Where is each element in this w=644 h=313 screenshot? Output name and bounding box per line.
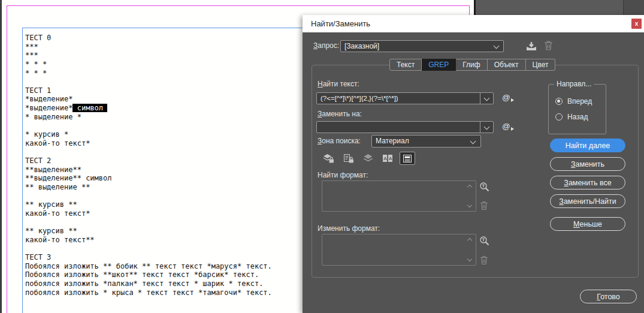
change-special-characters-menu[interactable]: @ (502, 122, 513, 131)
done-button[interactable]: Готово (580, 290, 637, 303)
scroll-up-icon (467, 185, 472, 189)
margin-guide-right (469, 5, 470, 15)
save-query-icon[interactable] (525, 41, 537, 54)
direction-forward-label: Вперед (567, 97, 592, 106)
specify-find-attributes-icon[interactable] (479, 182, 490, 195)
change-find-button[interactable]: Заменить/Найти (550, 194, 625, 208)
fewer-options-button[interactable]: Меньше (550, 217, 625, 231)
app-left-edge (0, 0, 2, 313)
scroll-down-icon (467, 257, 472, 261)
panel-edge (623, 0, 644, 15)
include-master-pages-icon[interactable]: AA (380, 152, 395, 165)
document-line (25, 192, 272, 201)
document-line: Побоялся изложить **шкот** текст текст *… (25, 270, 272, 279)
document-line: *выделение* (25, 95, 272, 104)
document-line: ТЕСТ 0 (25, 34, 272, 43)
document-line: ** курсив ** (25, 227, 272, 236)
svg-text:A: A (389, 156, 392, 161)
find-format-box[interactable] (322, 180, 476, 212)
find-next-button[interactable]: Найти далее (550, 139, 625, 152)
dialog-titlebar[interactable]: Найти/Заменить x (303, 15, 644, 32)
flyout-triangle-icon (511, 98, 514, 102)
text-frame-left (22, 28, 23, 313)
document-line: ТЕСТ 2 (25, 156, 272, 165)
document-line: *выделение* символ (25, 104, 272, 113)
change-to-history-dropdown[interactable] (480, 122, 493, 133)
scroll-up-icon (467, 238, 472, 243)
document-line: * выделение * (25, 113, 272, 122)
find-text-input[interactable]: (?<=[^*]\*)[^*]{2,}(?=\*[^*]) (316, 92, 494, 104)
query-value: [Заказной] (344, 41, 489, 52)
change-to-label: Заменить на: (318, 110, 362, 118)
tab-object[interactable]: Объект (488, 59, 526, 71)
clear-find-format-trash-icon[interactable] (480, 201, 488, 213)
margin-guide-top (7, 5, 470, 6)
document-line: * * * (25, 69, 272, 78)
include-footnotes-icon[interactable] (400, 152, 415, 165)
scroll-down-icon (467, 203, 472, 207)
document-line: ТЕСТ 1 (25, 86, 272, 95)
query-dropdown[interactable]: [Заказной] (340, 40, 504, 52)
document-line: ТЕСТ 3 (25, 253, 272, 262)
document-text[interactable]: ТЕСТ 0******* * ** * *ТЕСТ 1*выделение**… (25, 34, 272, 297)
chevron-down-icon (494, 43, 500, 49)
clear-change-format-trash-icon[interactable] (480, 255, 488, 267)
document-line: какой-то текст** (25, 236, 272, 245)
radio-unselected-icon[interactable] (555, 113, 563, 121)
tab-grep[interactable]: GREP (422, 59, 456, 71)
tab-glyph[interactable]: Глиф (456, 59, 487, 71)
find-text-label: Найти текст: (318, 80, 359, 88)
include-locked-layers-icon[interactable] (321, 152, 336, 165)
search-zone-select[interactable]: Материал (371, 135, 481, 148)
document-line: **выделение** символ (25, 174, 272, 183)
find-format-label: Найти формат: (318, 171, 368, 179)
text-frame-top (22, 28, 303, 28)
margin-guide-left (7, 5, 7, 313)
change-format-box[interactable] (322, 234, 476, 266)
document-line: *** (25, 51, 272, 60)
document-line (25, 244, 272, 253)
search-zone-label: Зона поиска: (318, 137, 361, 145)
query-label: Запрос: (313, 41, 339, 50)
document-line (25, 148, 272, 156)
find-text-history-dropdown[interactable] (480, 93, 493, 104)
direction-group (548, 84, 606, 134)
delete-query-trash-icon[interactable] (544, 40, 553, 53)
document-line: ** выделение ** (25, 183, 272, 192)
radio-selected-icon[interactable] (555, 98, 563, 105)
find-change-dialog: Найти/Заменить x Запрос: [Заказной] Текс… (303, 15, 644, 313)
document-line: какой-то текст* (25, 209, 272, 218)
application-window: ТЕСТ 0******* * ** * *ТЕСТ 1*выделение**… (0, 0, 644, 313)
document-line: Побоялся изложить ** бобик ** текст текс… (25, 262, 272, 271)
search-include-toggles: AA (321, 152, 415, 165)
document-line (25, 121, 272, 130)
direction-backward-label: Назад (567, 113, 588, 121)
change-format-label: Изменить формат: (318, 224, 380, 233)
chevron-down-icon (484, 95, 490, 101)
document-line: ** курсив ** (25, 200, 272, 209)
find-special-characters-menu[interactable]: @ (502, 93, 513, 102)
direction-backward-option[interactable]: Назад (555, 113, 588, 121)
search-zone-value: Материал (376, 136, 466, 147)
change-to-input[interactable] (316, 121, 494, 133)
chevron-down-icon (484, 124, 490, 130)
tab-text[interactable]: Текст (389, 59, 422, 71)
find-text-value: (?<=[^*]\*)[^*]{2,}(?=\*[^*]) (321, 93, 479, 104)
change-button[interactable]: Заменить (550, 157, 625, 171)
include-hidden-layers-icon[interactable] (360, 152, 376, 165)
document-line (25, 218, 272, 227)
close-icon[interactable]: x (631, 19, 642, 29)
include-locked-stories-icon[interactable] (340, 152, 356, 165)
selection-highlight: символ (72, 104, 107, 112)
document-line: *** (25, 43, 272, 52)
change-all-button[interactable]: Заменить все (550, 176, 625, 189)
tab-color[interactable]: Цвет (526, 59, 556, 71)
svg-text:A: A (383, 156, 387, 161)
document-line: **выделение** (25, 165, 272, 174)
direction-label: Направл... (554, 80, 594, 88)
specify-change-attributes-icon[interactable] (479, 236, 490, 249)
chevron-down-icon (470, 139, 476, 145)
document-line: какой-то текст* (25, 139, 272, 148)
direction-forward-option[interactable]: Вперед (555, 97, 592, 106)
document-line (25, 77, 272, 86)
